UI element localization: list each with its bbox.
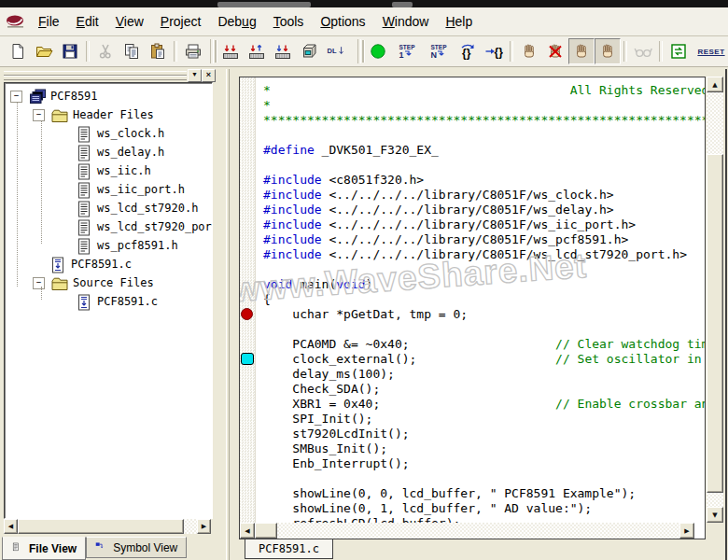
tree-item-label: ws_iic.h [97, 164, 151, 177]
hand-icon [520, 42, 539, 61]
halt-button[interactable] [516, 38, 542, 64]
menu-view[interactable]: View [107, 11, 152, 32]
tree-item-pcf8591[interactable]: −PCF8591 [10, 87, 98, 105]
reset-button[interactable]: RESET [692, 38, 728, 64]
run-to-cursor-button[interactable]: {} [481, 38, 507, 64]
download-verify-button[interactable] [270, 38, 296, 64]
document-tab[interactable]: PCF8591.c [245, 539, 333, 559]
tree-item-label: ws_pcf8591.h [97, 239, 178, 252]
download-ram-button[interactable] [217, 38, 244, 64]
tab-symbol-view[interactable]: Symbol View [86, 537, 187, 558]
scroll-up-icon[interactable]: ▲ [707, 77, 723, 92]
target-device-button[interactable] [296, 38, 322, 64]
tab-label: File View [29, 542, 77, 555]
window-edge [725, 69, 727, 560]
open-file-button[interactable] [31, 38, 57, 64]
toolbar: DLSTEP1STEPN{}{}RESET [0, 36, 728, 67]
scroll-left-icon[interactable]: ◀ [240, 523, 255, 539]
expand-toggle-icon[interactable]: − [10, 91, 22, 103]
paste-button[interactable] [145, 38, 171, 64]
code-line: void main(void) [263, 277, 372, 292]
tree-item-ws-delay-h[interactable]: ws_delay.h [59, 143, 164, 161]
tree-item-pcf8591-c[interactable]: PCF8591.c [33, 255, 132, 273]
run-circle-icon [369, 42, 387, 61]
expand-toggle-icon[interactable]: − [33, 109, 45, 121]
scroll-right-icon[interactable]: ▶ [197, 519, 211, 534]
copy-button[interactable] [119, 38, 145, 64]
tree-item-ws-lcd-st7920-h[interactable]: ws_lcd_st7920.h [59, 199, 198, 217]
header-file-icon [75, 237, 91, 254]
step-button[interactable]: STEP1 [391, 38, 423, 64]
header-file-icon [75, 181, 91, 198]
tree-guide-line [41, 287, 42, 300]
svg-text:{}: {} [462, 47, 471, 60]
tree-horizontal-scrollbar[interactable]: ◀ ▶ [4, 519, 211, 534]
document-tabstrip: PCF8591.c [237, 539, 728, 560]
tree-item-ws-iic-port-h[interactable]: ws_iic_port.h [59, 180, 185, 199]
save-button[interactable] [57, 38, 83, 64]
tree-item-ws-pcf8591-h[interactable]: ws_pcf8591.h [59, 236, 178, 255]
cut-button[interactable] [92, 38, 119, 64]
editor-hscroll-thumb[interactable] [255, 523, 277, 539]
folder-icon [50, 106, 67, 123]
code-line: #include <c8051f320.h> [263, 173, 424, 188]
menu-project[interactable]: Project [152, 11, 210, 32]
breakpoint-gutter[interactable] [240, 77, 256, 539]
tree-item-label: Source Files [73, 276, 154, 289]
download-flash-button[interactable] [244, 38, 270, 64]
tree-item-label: ws_clock.h [97, 127, 164, 140]
menu-window[interactable]: Window [374, 11, 438, 32]
download-dl-button[interactable]: DL [322, 38, 354, 64]
watch-button[interactable] [630, 38, 656, 64]
tree-item-source-files[interactable]: −Source Files [33, 273, 154, 292]
tree-scroll-thumb[interactable] [18, 519, 184, 534]
step-over-button[interactable]: {} [455, 38, 481, 64]
new-file-button[interactable] [5, 38, 31, 64]
panel-splitter[interactable] [217, 69, 237, 560]
tree-item-header-files[interactable]: −Header Files [33, 105, 154, 124]
tree-item-pcf8591-c[interactable]: PCF8591.c [59, 292, 158, 311]
menu-help[interactable]: Help [437, 11, 481, 32]
menu-file[interactable]: File [30, 11, 68, 32]
code-line: refreshLCD(lcd_buffer); [263, 516, 460, 523]
code-line: clock_external(); // Set oscillator in e… [263, 352, 705, 367]
editor-vertical-scrollbar[interactable]: ▲ ▼ [707, 77, 723, 523]
code-editor-surface[interactable]: * All Rights Reserved*******************… [256, 77, 705, 523]
code-line: delay_ms(100); [263, 367, 395, 382]
code-line: #define _DVK501_F320_EX_ [263, 143, 439, 158]
expand-toggle-icon[interactable]: − [33, 277, 45, 289]
tree-item-label: ws_lcd_st7920.h [97, 202, 198, 215]
editor-vscroll-thumb[interactable] [707, 154, 723, 493]
scroll-right-icon[interactable]: ▶ [679, 523, 694, 539]
code-line: Enb_Interrupt(); [263, 456, 410, 471]
tree-item-ws-clock-h[interactable]: ws_clock.h [59, 124, 164, 143]
panel-close-icon[interactable]: × [202, 69, 216, 82]
tree-item-ws-iic-h[interactable]: ws_iic.h [59, 161, 151, 180]
scroll-down-icon[interactable]: ▼ [707, 507, 723, 523]
menu-tools[interactable]: Tools [265, 11, 313, 32]
file-view-icon [11, 542, 24, 555]
step-over-icon: {} [458, 42, 477, 61]
glasses-icon [634, 42, 652, 61]
menu-debug[interactable]: Debug [209, 11, 264, 32]
toolbar-separator [623, 41, 627, 62]
code-line: XBR1 = 0x40; // Enable crossbar and weak… [263, 397, 705, 412]
panel-gripper[interactable]: ▼ × [2, 69, 217, 81]
tab-file-view[interactable]: File View [2, 537, 86, 560]
panel-menu-button[interactable]: ▼ [188, 69, 202, 82]
multi-step-button[interactable]: STEPN [423, 38, 455, 64]
editor-horizontal-scrollbar[interactable]: ◀ ▶ [240, 523, 694, 539]
hand-icon [572, 42, 591, 61]
scroll-left-icon[interactable]: ◀ [4, 519, 18, 534]
print-button[interactable] [180, 38, 206, 64]
tree-item-ws-lcd-st7920-port-h[interactable]: ws_lcd_st7920_port.h [59, 217, 213, 236]
menu-edit[interactable]: Edit [68, 11, 107, 32]
hold-button[interactable] [595, 38, 621, 64]
stop-debug-button[interactable] [542, 38, 568, 64]
refresh-button[interactable] [665, 38, 692, 64]
suspend-button[interactable] [568, 38, 595, 64]
toolbar-separator [86, 41, 90, 62]
menu-options[interactable]: Options [312, 11, 373, 32]
run-button[interactable] [365, 38, 391, 64]
toolbar-separator [174, 41, 177, 62]
